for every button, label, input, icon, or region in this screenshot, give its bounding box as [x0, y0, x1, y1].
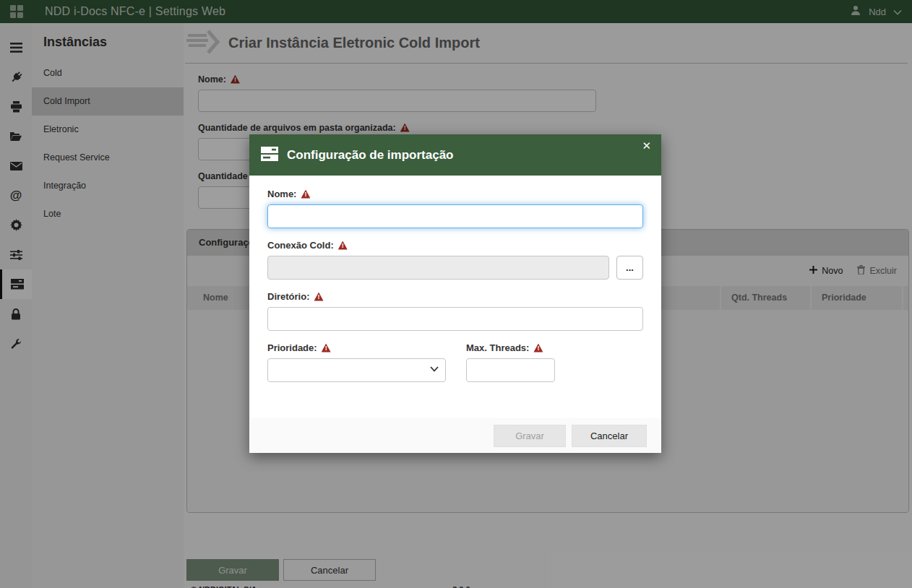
- import-config-modal: Configuração de importação ✕ Nome: Conex…: [249, 134, 661, 453]
- modal-cancelar-button[interactable]: Cancelar: [572, 425, 647, 447]
- required-warning-icon: [314, 293, 324, 301]
- modal-diretorio-label-text: Diretório:: [267, 291, 310, 302]
- modal-conexao-label: Conexão Cold:: [267, 240, 643, 251]
- required-warning-icon: [533, 344, 543, 353]
- modal-prioridade-label-text: Prioridade:: [267, 342, 317, 353]
- modal-field-prioridade: Prioridade:: [267, 342, 446, 382]
- import-config-stack-icon: [261, 147, 278, 164]
- modal-field-diretorio: Diretório:: [267, 291, 643, 331]
- app-window: NDD i-Docs NFC-e | Settings Web Ndd: [0, 0, 912, 588]
- close-icon[interactable]: ✕: [642, 140, 651, 151]
- modal-body: Nome: Conexão Cold: ... Diretório:: [249, 176, 661, 418]
- modal-prioridade-label: Prioridade:: [267, 342, 446, 353]
- modal-title: Configuração de importação: [287, 148, 453, 163]
- modal-header: Configuração de importação ✕: [249, 134, 661, 176]
- modal-diretorio-input[interactable]: [267, 307, 643, 331]
- modal-prioridade-select[interactable]: [267, 358, 446, 382]
- modal-threads-label: Max. Threads:: [466, 342, 555, 353]
- required-warning-icon: [338, 241, 348, 250]
- modal-field-conexao: Conexão Cold: ...: [267, 240, 643, 280]
- modal-conexao-input: [267, 256, 609, 280]
- modal-nome-label: Nome:: [267, 189, 643, 199]
- browse-conexao-button[interactable]: ...: [616, 256, 643, 280]
- modal-nome-label-text: Nome:: [267, 189, 296, 199]
- modal-gravar-button[interactable]: Gravar: [494, 425, 566, 447]
- modal-threads-input[interactable]: [466, 358, 555, 382]
- required-warning-icon: [301, 190, 310, 199]
- modal-footer: Gravar Cancelar: [249, 418, 661, 453]
- modal-field-nome: Nome:: [267, 189, 643, 228]
- modal-diretorio-label: Diretório:: [267, 291, 643, 302]
- modal-nome-input[interactable]: [267, 204, 643, 228]
- required-warning-icon: [322, 344, 331, 353]
- modal-field-threads: Max. Threads:: [466, 342, 555, 382]
- modal-conexao-label-text: Conexão Cold:: [267, 240, 334, 251]
- modal-threads-label-text: Max. Threads:: [466, 342, 529, 353]
